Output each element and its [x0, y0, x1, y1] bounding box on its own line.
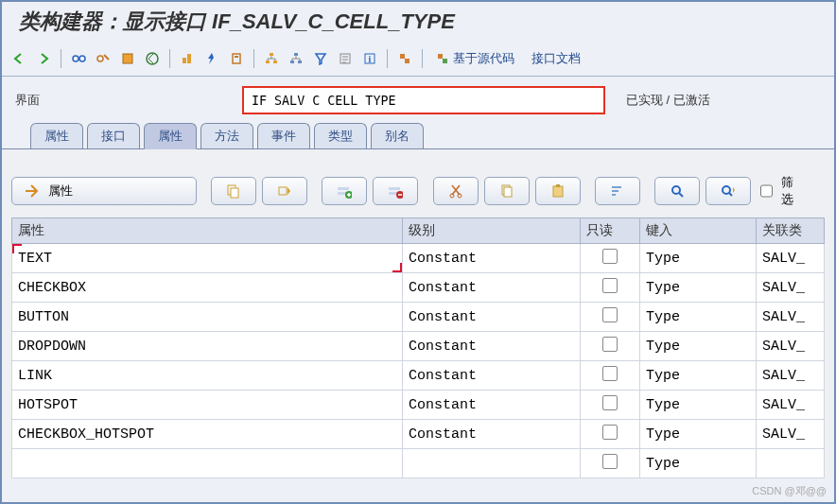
- cell-assoc[interactable]: SALV_: [757, 273, 825, 303]
- cell-attr[interactable]: DROPDOWN: [12, 332, 403, 361]
- table-row[interactable]: TEXTConstantTypeSALV_: [12, 244, 825, 273]
- move-button[interactable]: [262, 177, 307, 205]
- svg-rect-38: [612, 190, 618, 192]
- col-readonly[interactable]: 只读: [581, 218, 640, 244]
- table-row[interactable]: BUTTONConstantTypeSALV_: [12, 303, 825, 332]
- check-icon[interactable]: [141, 47, 164, 70]
- cell-type[interactable]: Type: [640, 449, 757, 478]
- attributes-toolbar: 属性 筛选: [11, 170, 825, 217]
- cell-type[interactable]: Type: [640, 361, 757, 391]
- cell-readonly[interactable]: [581, 303, 640, 332]
- sort-button[interactable]: [595, 177, 640, 205]
- hierarchy2-icon[interactable]: [285, 47, 307, 70]
- cell-assoc[interactable]: SALV_: [757, 420, 825, 449]
- cell-level[interactable]: Constant: [403, 244, 581, 273]
- attributes-table: 属性 级别 只读 键入 关联类 TEXTConstantTypeSALV_CHE…: [11, 217, 825, 478]
- cell-level[interactable]: Constant: [403, 420, 581, 449]
- cell-type[interactable]: Type: [640, 391, 757, 420]
- source-based-button[interactable]: 基于源代码: [428, 48, 522, 69]
- svg-rect-18: [400, 54, 405, 59]
- tab-6[interactable]: 别名: [371, 123, 424, 148]
- form-icon[interactable]: [334, 47, 357, 70]
- info-icon[interactable]: i: [358, 47, 381, 70]
- cell-assoc[interactable]: [757, 449, 825, 478]
- attributes-main-button[interactable]: 属性: [11, 177, 197, 205]
- cell-readonly[interactable]: [581, 244, 640, 273]
- tab-5[interactable]: 类型: [314, 123, 367, 148]
- test-icon[interactable]: [200, 47, 223, 70]
- delete-row-button[interactable]: [373, 177, 418, 205]
- cell-type[interactable]: Type: [640, 273, 757, 303]
- cell-assoc[interactable]: SALV_: [757, 244, 825, 273]
- filter-checkbox[interactable]: 筛选: [757, 174, 796, 208]
- cell-level[interactable]: [403, 449, 581, 478]
- find-button[interactable]: [654, 177, 700, 205]
- cell-readonly[interactable]: [581, 361, 640, 391]
- glasses-icon[interactable]: [67, 47, 90, 70]
- cell-assoc[interactable]: SALV_: [757, 332, 825, 361]
- hierarchy-icon[interactable]: [260, 47, 283, 70]
- back-icon[interactable]: [8, 47, 30, 70]
- cell-attr[interactable]: HOTSPOT: [12, 391, 403, 420]
- table-row[interactable]: DROPDOWNConstantTypeSALV_: [12, 332, 825, 361]
- interface-doc-button[interactable]: 接口文档: [524, 48, 588, 69]
- cell-attr[interactable]: [12, 449, 403, 478]
- cell-attr[interactable]: CHECKBOX_HOTSPOT: [12, 420, 403, 449]
- copy-button[interactable]: [211, 177, 256, 205]
- cell-level[interactable]: Constant: [403, 332, 581, 361]
- local-class-icon[interactable]: [393, 47, 416, 70]
- cell-assoc[interactable]: SALV_: [757, 303, 825, 332]
- cell-type[interactable]: Type: [640, 244, 757, 273]
- cell-level[interactable]: Constant: [403, 303, 581, 332]
- svg-rect-10: [266, 61, 270, 63]
- display-change-icon[interactable]: [92, 47, 114, 70]
- cell-assoc[interactable]: SALV_: [757, 361, 825, 391]
- other-object-icon[interactable]: [116, 47, 139, 70]
- tab-4[interactable]: 事件: [257, 123, 310, 148]
- cell-type[interactable]: Type: [640, 332, 757, 361]
- tab-1[interactable]: 接口: [87, 123, 140, 148]
- col-type[interactable]: 键入: [640, 218, 757, 244]
- svg-rect-19: [405, 59, 409, 63]
- cell-assoc[interactable]: SALV_: [757, 391, 825, 420]
- table-row[interactable]: CHECKBOX_HOTSPOTConstantTypeSALV_: [12, 420, 825, 449]
- find-next-button[interactable]: [705, 177, 751, 205]
- cell-attr[interactable]: LINK: [12, 361, 403, 391]
- cell-type[interactable]: Type: [640, 303, 757, 332]
- app-toolbar: i 基于源代码 接口文档: [2, 45, 834, 77]
- tab-0[interactable]: 属性: [30, 123, 83, 148]
- cell-level[interactable]: Constant: [403, 361, 581, 391]
- activate-icon[interactable]: [176, 47, 199, 70]
- filter-checkbox-input[interactable]: [760, 183, 773, 199]
- table-row[interactable]: CHECKBOXConstantTypeSALV_: [12, 273, 825, 303]
- cell-readonly[interactable]: [581, 391, 640, 420]
- col-level[interactable]: 级别: [403, 218, 581, 244]
- cell-readonly[interactable]: [581, 449, 640, 478]
- tab-2[interactable]: 属性: [144, 123, 197, 149]
- svg-rect-28: [389, 187, 400, 190]
- table-row[interactable]: LINKConstantTypeSALV_: [12, 361, 825, 391]
- table-row[interactable]: HOTSPOTConstantTypeSALV_: [12, 391, 825, 420]
- table-row[interactable]: Type: [12, 449, 825, 478]
- cell-attr[interactable]: TEXT: [12, 244, 403, 273]
- cell-attr[interactable]: BUTTON: [12, 303, 403, 332]
- col-attr[interactable]: 属性: [12, 218, 403, 244]
- svg-rect-24: [279, 187, 287, 195]
- interface-input[interactable]: [242, 86, 605, 114]
- where-used-icon[interactable]: [225, 47, 248, 70]
- cell-type[interactable]: Type: [640, 420, 757, 449]
- cell-attr[interactable]: CHECKBOX: [12, 273, 403, 303]
- forward-icon[interactable]: [32, 47, 55, 70]
- cut-button[interactable]: [433, 177, 479, 205]
- cell-readonly[interactable]: [581, 332, 640, 361]
- cell-readonly[interactable]: [581, 420, 640, 449]
- copy2-button[interactable]: [484, 177, 530, 205]
- paste-button[interactable]: [535, 177, 581, 205]
- cell-level[interactable]: Constant: [403, 273, 581, 303]
- tab-3[interactable]: 方法: [200, 123, 253, 148]
- cell-readonly[interactable]: [581, 273, 640, 303]
- filter-icon[interactable]: [309, 47, 332, 70]
- cell-level[interactable]: Constant: [403, 391, 581, 420]
- col-assoc[interactable]: 关联类: [757, 218, 825, 244]
- insert-row-button[interactable]: [322, 177, 367, 205]
